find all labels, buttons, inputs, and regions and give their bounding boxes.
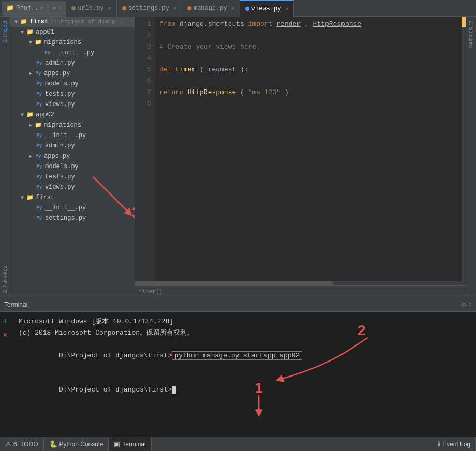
tree-migrations-2[interactable]: ▶ 📁 migrations (10, 120, 135, 130)
terminal-body[interactable]: + ✕ Microsoft Windows [版本 10.0.17134.228… (0, 312, 476, 437)
tree-item-label: views.py (45, 101, 75, 108)
status-item-eventlog[interactable]: ℹ Event Log (433, 437, 476, 452)
status-item-todo[interactable]: ⚠ 6: TODO (0, 437, 44, 452)
py-file-icon: Py (35, 162, 43, 171)
tree-app02[interactable]: ▼ 📁 app02 (10, 110, 135, 120)
tree-item-label: models.py (45, 163, 79, 170)
expand-arrow-icon: ▼ (19, 29, 26, 35)
py-icon (71, 6, 76, 10)
py-file-icon: Py (35, 131, 43, 140)
tab-urls-py[interactable]: urls.py ✕ (66, 0, 116, 17)
add-terminal-button[interactable]: + (3, 316, 8, 327)
tree-item-label: views.py (45, 184, 75, 191)
py-file-icon: Py (34, 152, 42, 160)
tree-init-1[interactable]: Py __init__.py (10, 48, 135, 58)
terminal-actions: ⚙ ↕ (462, 300, 472, 309)
tab-views-py[interactable]: views.py ✕ (240, 0, 294, 17)
folder-icon: 📁 (26, 111, 34, 119)
sidebar-item-favorites[interactable]: 2: Favorites (1, 262, 9, 297)
code-status-bar: timer() (135, 285, 466, 297)
tree-models-1[interactable]: Py models.py (10, 79, 135, 89)
folder-icon: 📁 (6, 4, 14, 12)
tab-manage-py[interactable]: manage.py ✕ (182, 0, 240, 17)
warning-icon: ⚠ (5, 440, 11, 448)
code-line-3: # Create your views here. (159, 41, 462, 53)
python-icon: 🐍 (49, 440, 57, 448)
tree-root[interactable]: ▼ 📁 first D:\Project of djang... (10, 17, 135, 27)
tree-views-1[interactable]: Py views.py (10, 99, 135, 110)
line-numbers: 1 2 3 4 5 6 7 8 (135, 17, 155, 281)
tree-models-2[interactable]: Py models.py (10, 161, 135, 172)
folder-icon: 📁 (34, 38, 42, 47)
code-scrollbar[interactable] (135, 281, 466, 285)
tab-settings-py[interactable]: settings.py ✕ (117, 0, 182, 17)
py-file-icon: Py (35, 204, 43, 212)
py-icon (122, 6, 126, 10)
py-icon (187, 6, 191, 10)
status-item-python-console[interactable]: 🐍 Python Console (44, 437, 109, 452)
code-line-7: 🔒 return HttpResponse ( "ma 123" ) (159, 87, 462, 98)
tree-init-first[interactable]: Py __init__.py (10, 203, 135, 213)
tree-item-label: app02 (36, 111, 54, 118)
status-item-terminal[interactable]: ▣ Terminal (109, 437, 151, 452)
eventlog-label: Event Log (442, 441, 470, 448)
sidebar-item-project[interactable]: 1: Project (1, 17, 9, 47)
tree-settings-first[interactable]: Py settings.py (10, 213, 135, 223)
py-icon (245, 7, 249, 11)
tree-tests-2[interactable]: Py tests.py (10, 172, 135, 182)
py-file-icon: Py (35, 183, 43, 191)
tree-migrations-1[interactable]: ▼ 📁 migrations (10, 37, 135, 48)
term-line-1: Microsoft Windows [版本 10.0.17134.228] (19, 316, 470, 327)
tree-item-label: models.py (45, 80, 79, 87)
terminal-add-remove: + ✕ (0, 316, 10, 341)
right-side-tabs: Z: Structure (466, 17, 476, 297)
tab-label: settings.py (128, 5, 169, 12)
tab-label: urls.py (78, 5, 103, 12)
terminal-content: Microsoft Windows [版本 10.0.17134.228] (c… (19, 316, 470, 407)
project-tab[interactable]: 📁 Proj.. ⚙ ≡ ⚙ ↕ (2, 1, 66, 16)
tree-apps-1[interactable]: ▶ Py apps.py (10, 68, 135, 79)
code-content: 1 2 3 4 5 6 7 8 from django.shortcuts im… (135, 17, 466, 281)
project-tab-icons: ⚙ ≡ ⚙ ↕ (40, 5, 62, 11)
py-file-icon: Py (35, 100, 43, 109)
py-file-icon: Py (35, 90, 43, 98)
tree-item-label: __init__.py (45, 204, 86, 212)
tree-item-label: apps.py (44, 153, 70, 160)
code-line-4 (159, 53, 462, 64)
term-cursor (172, 386, 176, 394)
py-file-icon: Py (35, 214, 43, 222)
project-tab-label: Proj.. (16, 5, 38, 12)
tree-item-label: settings.py (45, 215, 86, 222)
code-line-8 (159, 98, 462, 110)
folder-icon: 📁 (26, 28, 34, 36)
close-icon[interactable]: ✕ (108, 5, 111, 11)
tree-item-label: apps.py (44, 70, 70, 77)
tree-item-label: tests.py (45, 91, 75, 98)
tree-apps-2[interactable]: ▶ Py apps.py (10, 151, 135, 161)
terminal-header: Terminal ⚙ ↕ (0, 297, 476, 312)
close-icon[interactable]: ✕ (285, 6, 288, 12)
tree-admin-2[interactable]: Py admin.py (10, 141, 135, 151)
code-lines[interactable]: from django.shortcuts import render , Ht… (155, 17, 462, 281)
tree-app01[interactable]: ▼ 📁 app01 (10, 27, 135, 37)
close-icon[interactable]: ✕ (231, 5, 234, 11)
sidebar: ▼ 📁 first D:\Project of djang... ▼ 📁 app… (10, 17, 135, 297)
remove-terminal-button[interactable]: ✕ (3, 329, 8, 341)
code-editor: 1 2 3 4 5 6 7 8 from django.shortcuts im… (135, 17, 466, 297)
tab-bar: 📁 Proj.. ⚙ ≡ ⚙ ↕ urls.py ✕ settings.py ✕… (0, 0, 476, 17)
expand-icon[interactable]: ↕ (468, 300, 472, 308)
tree-admin-1[interactable]: Py admin.py (10, 58, 135, 68)
tree-first[interactable]: ▼ 📁 first (10, 192, 135, 203)
tree-init-2[interactable]: Py __init__.py (10, 130, 135, 141)
left-side-tabs: 1: Project 2: Favorites (0, 17, 10, 297)
close-icon[interactable]: ✕ (173, 5, 176, 11)
code-line-6 (159, 76, 462, 87)
tree-item-label: __init__.py (53, 49, 94, 56)
tree-tests-1[interactable]: Py tests.py (10, 89, 135, 99)
structure-tab[interactable]: Z: Structure (467, 17, 475, 52)
tree-views-2[interactable]: Py views.py (10, 182, 135, 192)
gear-icon[interactable]: ⚙ (462, 300, 466, 309)
expand-arrow-icon: ▼ (12, 19, 20, 25)
code-line-5: ▼ def timer ( request ): (159, 64, 462, 76)
py-file-icon: Py (34, 69, 42, 78)
